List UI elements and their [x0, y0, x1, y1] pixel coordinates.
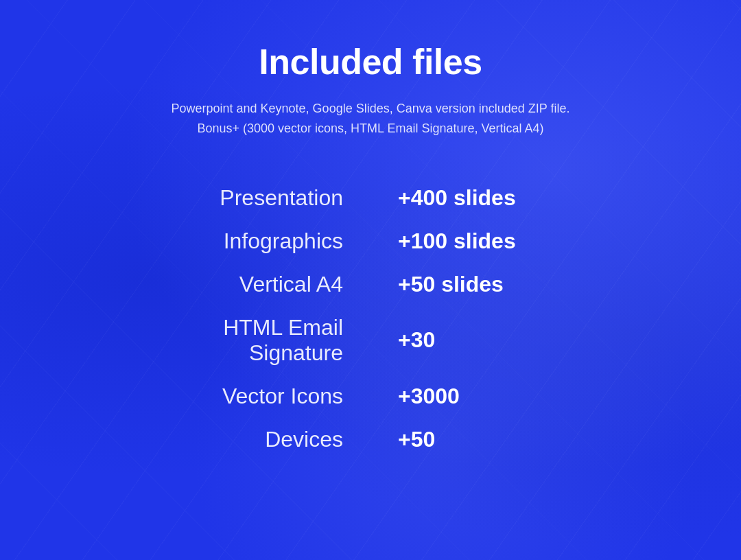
item-label-0: Presentation	[220, 180, 370, 216]
item-value-0: +400 slides	[370, 180, 516, 216]
item-label-5: Devices	[265, 421, 370, 458]
item-label-1: Infographics	[224, 223, 370, 259]
subtitle-line1: Powerpoint and Keynote, Google Slides, C…	[171, 102, 569, 115]
item-value-4: +3000	[370, 378, 460, 415]
main-content: Included files Powerpoint and Keynote, G…	[0, 41, 741, 458]
page-subtitle: Powerpoint and Keynote, Google Slides, C…	[171, 99, 569, 139]
page-background: Included files Powerpoint and Keynote, G…	[0, 0, 741, 560]
item-value-5: +50	[370, 421, 435, 458]
included-files-grid: Presentation+400 slidesInfographics+100 …	[151, 180, 590, 458]
item-label-2: Vertical A4	[239, 266, 370, 303]
item-value-2: +50 slides	[370, 266, 504, 303]
item-label-4: Vector Icons	[222, 378, 370, 415]
item-value-3: +30	[370, 322, 435, 358]
item-label-3: HTML Email Signature	[151, 310, 370, 371]
page-title: Included files	[259, 41, 482, 82]
subtitle-line2: Bonus+ (3000 vector icons, HTML Email Si…	[197, 121, 543, 135]
item-value-1: +100 slides	[370, 223, 516, 259]
